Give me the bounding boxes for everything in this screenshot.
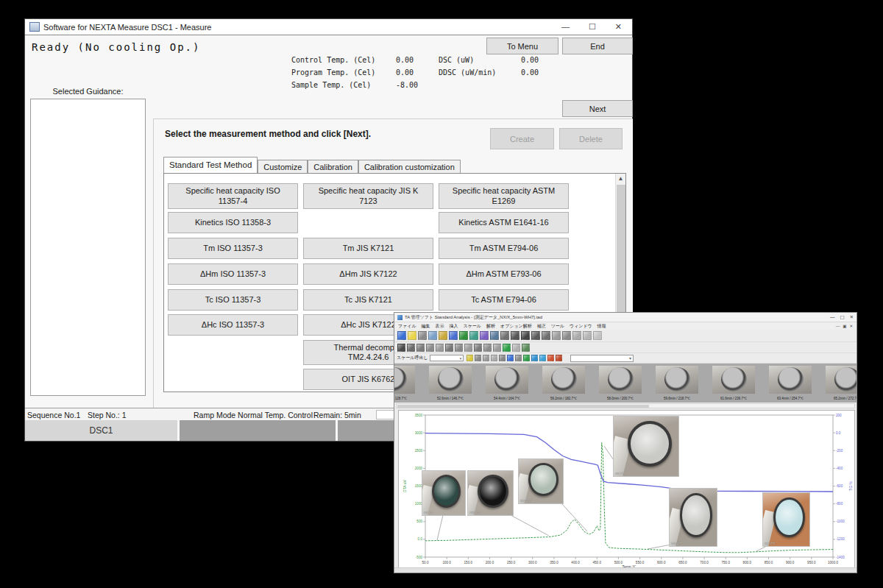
method-button[interactable]: Tm JIS K7121	[303, 238, 433, 259]
toolbar-copy-scale-icon[interactable]	[439, 331, 447, 340]
method-button[interactable]: Tc ASTM E794-06	[439, 289, 569, 311]
sample-thumbnail[interactable]: 54.4min / 164.7℃	[486, 366, 528, 400]
toolbar-play-green-icon[interactable]	[503, 344, 511, 352]
toolbar-filter-down-3-icon[interactable]	[542, 331, 550, 340]
menu-item[interactable]: 解析	[486, 323, 495, 330]
toolbar-zoom-icon[interactable]	[428, 331, 437, 340]
method-button[interactable]: Specific heat capacity JIS K 7123	[303, 183, 433, 209]
toolbar-save-icon[interactable]	[408, 331, 416, 340]
toolbar-derivative-icon[interactable]	[593, 331, 602, 340]
horizontal-scrollbar[interactable]	[396, 403, 855, 408]
toolbar-tag-1-icon[interactable]	[397, 344, 405, 352]
toolbar-flask-blue-icon[interactable]	[449, 331, 458, 340]
toolbar-scale-blue-icon[interactable]	[531, 355, 538, 361]
toolbar-flask-green-icon[interactable]	[459, 331, 468, 340]
menu-item[interactable]: ウィンドウ	[570, 323, 592, 330]
toolbar-big-box-icon[interactable]	[436, 344, 444, 352]
minimize-button[interactable]: —	[830, 314, 835, 320]
menu-item[interactable]: オプション解析	[500, 323, 532, 330]
method-button[interactable]: Tm ISO 11357-3	[168, 238, 298, 259]
toolbar-flask-purple-icon[interactable]	[480, 331, 489, 340]
sample-thumbnail[interactable]: 63.4min / 254.7℃	[769, 366, 812, 400]
toolbar-split-icon[interactable]	[515, 355, 522, 361]
create-button[interactable]: Create	[490, 128, 554, 149]
toolbar-scale-green-icon[interactable]	[523, 355, 530, 361]
toolbar-cursor-icon[interactable]	[499, 355, 506, 361]
toolbar-part-3-icon[interactable]	[493, 344, 501, 352]
mdi-restore-button[interactable]: ▣	[843, 324, 846, 328]
toolbar-scale-red-icon[interactable]	[556, 355, 562, 361]
selected-guidance-listbox[interactable]	[30, 99, 146, 396]
tab-standard-test-method[interactable]: Standard Test Method	[163, 157, 258, 174]
close-button[interactable]: ✕	[850, 314, 854, 320]
tab-calibration[interactable]: Calibration	[308, 160, 358, 174]
toolbar-scale-orange-icon[interactable]	[547, 355, 554, 361]
toolbar-area-icon[interactable]	[491, 355, 497, 361]
mdi-minimize-button[interactable]: —	[836, 324, 840, 328]
sample-thumbnail[interactable]: 52.6min / 146.7℃	[429, 366, 472, 400]
scrollbar-thumb[interactable]	[397, 405, 649, 408]
method-button[interactable]: Specific heat capacity ISO 11357-4	[168, 183, 298, 209]
method-button[interactable]: Kinetics ISO 11358-3	[168, 212, 298, 233]
channel-tab-dsc1[interactable]: DSC1	[25, 420, 177, 441]
method-button[interactable]: Tm ASTM E794-06	[439, 238, 569, 259]
toolbar-scale-cyan-icon[interactable]	[539, 355, 546, 361]
toolbar-part-2-icon[interactable]	[483, 344, 492, 352]
sample-thumbnail[interactable]: 61.6min / 236.7℃	[712, 366, 755, 400]
menu-item[interactable]: ツール	[551, 323, 564, 330]
minimize-button[interactable]: —	[561, 22, 570, 32]
sample-thumbnail[interactable]: 50.8min / 128.7℃	[394, 366, 415, 400]
scale-recall-dropdown[interactable]: ▾	[430, 355, 464, 361]
toolbar-filter-down-2-icon[interactable]	[531, 331, 540, 340]
toolbar-pen-icon[interactable]	[583, 331, 592, 340]
tab-customize[interactable]: Customize	[258, 160, 308, 174]
toolbar-recall-yellow-icon[interactable]	[467, 355, 473, 361]
toolbar-layer-2-icon[interactable]	[455, 344, 463, 352]
toolbar-open-icon[interactable]	[397, 331, 406, 340]
method-button[interactable]: Specific heat capacity ASTM E1269	[439, 183, 569, 209]
toolbar-range-icon[interactable]	[464, 344, 472, 352]
next-button[interactable]: Next	[562, 100, 633, 117]
sample-thumbnail[interactable]: 56.2min / 182.7℃	[542, 366, 585, 400]
method-button[interactable]: Tc JIS K7121	[303, 289, 433, 311]
toolbar-italic-zero-b-icon[interactable]	[416, 344, 425, 352]
toolbar-filter-down-1-icon[interactable]	[521, 331, 530, 340]
toolbar-smooth-icon[interactable]	[562, 331, 571, 340]
menu-item[interactable]: 補正	[537, 323, 546, 330]
method-button[interactable]: Kinetics ASTM E1641-16	[439, 212, 569, 233]
toolbar-move-blue-icon[interactable]	[507, 355, 514, 361]
scroll-up-icon[interactable]: ▲	[616, 174, 625, 184]
toolbar-display-icon[interactable]	[490, 331, 499, 340]
to-menu-button[interactable]: To Menu	[486, 38, 558, 54]
toolbar-baseline-icon[interactable]	[511, 331, 519, 340]
toolbar-italic-zero-a-icon[interactable]	[407, 344, 415, 352]
method-button[interactable]: ΔHc ISO 11357-3	[168, 314, 298, 336]
toolbar-peak-icon[interactable]	[483, 355, 489, 361]
maximize-button[interactable]: ☐	[589, 22, 596, 32]
toolbar-flask-teal-icon[interactable]	[469, 331, 478, 340]
menu-item[interactable]: ファイル	[398, 323, 416, 330]
menu-item[interactable]: 編集	[422, 323, 430, 330]
menu-item[interactable]: 挿入	[450, 323, 458, 330]
menu-item[interactable]: 情報	[597, 323, 606, 330]
toolbar-layer-1-icon[interactable]	[445, 344, 453, 352]
tab-calibration-customization[interactable]: Calibration customization	[358, 160, 461, 174]
toolbar-undo-icon[interactable]	[475, 355, 481, 361]
method-button[interactable]: ΔHm ASTM E793-06	[439, 263, 569, 285]
method-button[interactable]: ΔHm ISO 11357-3	[168, 263, 298, 285]
sample-thumbnail[interactable]: 59.8min / 218.7℃	[656, 366, 698, 400]
toolbar-image-icon[interactable]	[512, 344, 520, 352]
menu-item[interactable]: 表示	[436, 323, 444, 330]
toolbar-clip-icon[interactable]	[426, 344, 434, 352]
sample-thumbnail[interactable]: 58.0min / 200.7℃	[599, 366, 642, 400]
delete-button[interactable]: Delete	[559, 128, 623, 149]
toolbar-map-icon[interactable]	[522, 344, 530, 352]
curve-select-combo[interactable]: ▾	[570, 355, 634, 362]
close-button[interactable]: ✕	[615, 22, 622, 32]
toolbar-line-draw-icon[interactable]	[572, 331, 581, 340]
method-button[interactable]: ΔHm JIS K7122	[303, 263, 433, 285]
method-button[interactable]: Tc ISO 11357-3	[168, 289, 298, 311]
mdi-close-button[interactable]: ✕	[849, 324, 853, 328]
maximize-button[interactable]: ▢	[840, 314, 844, 320]
menu-item[interactable]: スケール	[464, 323, 481, 330]
